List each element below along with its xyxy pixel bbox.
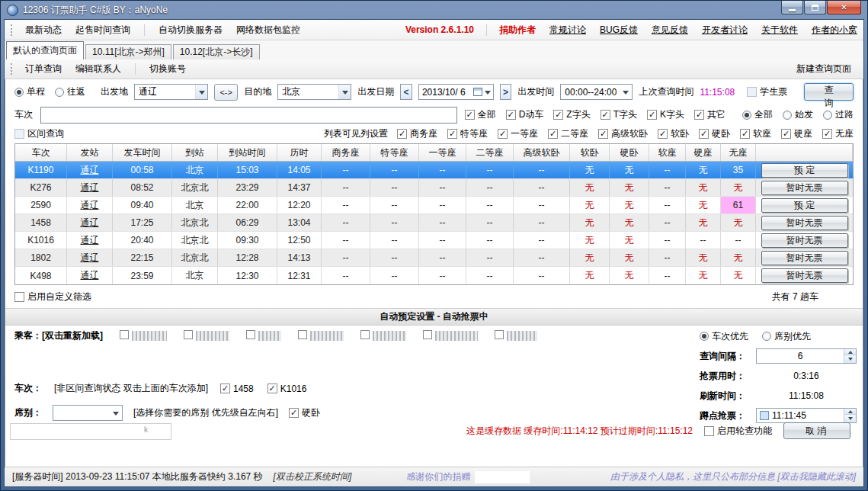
table-row[interactable]: 1458通辽17:25北京北06:2913:04----------无无--无无… bbox=[15, 214, 853, 232]
passenger-checkbox[interactable] bbox=[184, 330, 229, 341]
column-header[interactable] bbox=[756, 144, 853, 161]
seat-column-checkbox[interactable]: 高级软卧 bbox=[598, 127, 648, 140]
column-header[interactable]: 到站时间 bbox=[218, 144, 277, 161]
table-row[interactable]: 1802通辽22:15北京北12:2814:13----------无无--无无… bbox=[15, 249, 853, 267]
passenger-checkbox[interactable] bbox=[298, 330, 344, 341]
seat-column-checkbox[interactable]: 无座 bbox=[822, 127, 854, 140]
maximize-button[interactable] bbox=[804, 1, 826, 14]
toolbar-item[interactable]: 编辑联系人 bbox=[75, 63, 121, 75]
privacy-note[interactable]: 由于涉及个人隐私，这里只公布部分信息 [双击我隐藏此滚动] bbox=[610, 470, 856, 483]
passenger-checkbox[interactable] bbox=[360, 330, 406, 341]
time-range-combobox[interactable]: 00:00--24:00 bbox=[560, 84, 633, 100]
student-ticket-checkbox[interactable]: 学生票 bbox=[747, 85, 787, 98]
no-ticket-button[interactable]: 暂时无票 bbox=[761, 181, 848, 195]
column-header[interactable]: 高级软卧 bbox=[514, 144, 570, 161]
column-header[interactable]: 二等座 bbox=[466, 144, 514, 161]
train-scope-radio[interactable]: 过路 bbox=[823, 108, 854, 121]
selected-seat-checkbox[interactable]: 硬卧 bbox=[289, 406, 320, 419]
titlebar[interactable]: 12306 订票助手 C#版 BY：aNyoNe ✕ bbox=[4, 1, 864, 19]
search-button[interactable]: 查询 bbox=[804, 83, 854, 101]
menu-link[interactable]: BUG反馈 bbox=[600, 24, 638, 37]
column-header[interactable]: 硬座 bbox=[686, 144, 721, 161]
priority-radio[interactable]: 车次优先 bbox=[700, 330, 748, 343]
train-scope-radio[interactable]: 全部 bbox=[742, 108, 773, 121]
minimize-button[interactable] bbox=[781, 1, 803, 14]
tab[interactable]: 默认的查询页面 bbox=[6, 41, 84, 59]
menu-link[interactable]: 作者的小窝 bbox=[812, 24, 857, 37]
passenger-label[interactable]: 乘客：[双击重新加载] bbox=[14, 329, 103, 341]
menu-item[interactable]: 网络数据包监控 bbox=[236, 24, 300, 37]
passenger-checkbox[interactable] bbox=[246, 330, 281, 341]
tab[interactable]: 10.11[北京->郑州] bbox=[85, 44, 171, 59]
calibrate-hint[interactable]: [双击校正系统时间] bbox=[274, 470, 352, 483]
column-header[interactable]: 软卧 bbox=[570, 144, 610, 161]
seat-column-checkbox[interactable]: 硬卧 bbox=[699, 127, 730, 140]
passenger-checkbox[interactable] bbox=[423, 330, 478, 341]
column-settings-label[interactable]: 列表可见列设置 bbox=[324, 127, 388, 140]
column-header[interactable]: 无座 bbox=[721, 144, 756, 161]
trip-type-radio[interactable]: 往返 bbox=[55, 85, 85, 98]
column-header[interactable]: 一等座 bbox=[419, 144, 466, 161]
cancel-button[interactable]: 取消 bbox=[783, 422, 850, 439]
train-number-input[interactable] bbox=[40, 107, 457, 124]
trip-type-radio[interactable]: 单程 bbox=[14, 85, 45, 98]
menu-link[interactable]: 常规讨论 bbox=[549, 24, 586, 37]
table-row[interactable]: K498通辽23:59北京12:3012:31----------无无--无无暂… bbox=[15, 267, 853, 284]
column-header[interactable]: 发车时间 bbox=[113, 144, 172, 161]
seat-combobox[interactable] bbox=[53, 405, 123, 421]
date-prev-button[interactable]: < bbox=[400, 84, 412, 100]
seat-column-checkbox[interactable]: 软卧 bbox=[658, 127, 689, 140]
interval-spinner[interactable]: 6 bbox=[756, 348, 857, 364]
table-row[interactable]: K1190通辽00:58北京15:0314:05----------无无--无3… bbox=[15, 162, 853, 179]
passenger-checkbox[interactable] bbox=[120, 330, 167, 341]
train-type-checkbox[interactable]: Z字头 bbox=[553, 108, 590, 121]
train-type-checkbox[interactable]: D动车 bbox=[506, 108, 544, 121]
table-row[interactable]: K276通辽08:52北京北23:2914:37----------无无--无无… bbox=[15, 179, 853, 197]
train-type-checkbox[interactable]: 其它 bbox=[694, 108, 725, 121]
menu-link[interactable]: 关于软件 bbox=[761, 24, 798, 37]
column-header[interactable]: 历时 bbox=[277, 144, 322, 161]
table-row[interactable]: 2590通辽09:40北京22:0012:20----------无无--无61… bbox=[15, 197, 853, 214]
menu-link[interactable]: 捐助作者 bbox=[499, 24, 536, 37]
toolbar-item[interactable]: 切换账号 bbox=[149, 63, 186, 75]
column-header[interactable]: 软座 bbox=[649, 144, 686, 161]
train-type-checkbox[interactable]: T字头 bbox=[601, 108, 637, 121]
tab[interactable]: 10.12[北京->长沙] bbox=[173, 44, 260, 59]
column-header[interactable]: 车次 bbox=[15, 144, 67, 161]
menu-item[interactable]: 起售时间查询 bbox=[75, 24, 130, 37]
snipe-checkbox[interactable] bbox=[760, 411, 769, 420]
menu-link[interactable]: 意见反馈 bbox=[652, 24, 688, 37]
column-header[interactable]: 发站 bbox=[67, 144, 113, 161]
priority-radio[interactable]: 席别优先 bbox=[762, 330, 811, 343]
no-ticket-button[interactable]: 暂时无票 bbox=[761, 216, 848, 230]
train-type-checkbox[interactable]: 全部 bbox=[465, 108, 496, 121]
column-header[interactable]: 到站 bbox=[172, 144, 218, 161]
new-query-page-link[interactable]: 新建查询页面 bbox=[796, 63, 851, 75]
book-button[interactable]: 预 定 bbox=[761, 163, 848, 178]
seat-column-checkbox[interactable]: 软座 bbox=[740, 127, 771, 140]
to-combobox[interactable]: 北京 bbox=[277, 84, 351, 100]
selected-train-checkbox[interactable]: 1458 bbox=[220, 383, 254, 394]
spinner-arrows-icon[interactable] bbox=[844, 349, 856, 363]
toolbar-item[interactable]: 订单查询 bbox=[25, 63, 62, 75]
spinner-arrows-icon[interactable] bbox=[844, 409, 856, 422]
no-ticket-button[interactable]: 暂时无票 bbox=[761, 251, 848, 265]
table-row[interactable]: K1016通辽20:40北京北09:3012:50----------无无---… bbox=[15, 232, 853, 249]
seat-column-checkbox[interactable]: 特等座 bbox=[447, 127, 488, 140]
custom-filter-checkbox[interactable]: 启用自定义筛选 bbox=[14, 290, 91, 303]
column-header[interactable]: 特等座 bbox=[370, 144, 419, 161]
train-type-checkbox[interactable]: K字头 bbox=[647, 108, 684, 121]
menu-item[interactable]: 自动切换服务器 bbox=[159, 24, 223, 37]
date-next-button[interactable]: > bbox=[500, 84, 512, 100]
column-header[interactable]: 硬卧 bbox=[610, 144, 649, 161]
seat-column-checkbox[interactable]: 二等座 bbox=[548, 127, 588, 140]
close-button[interactable]: ✕ bbox=[827, 1, 861, 14]
menu-item[interactable]: 最新动态 bbox=[25, 24, 62, 37]
date-picker[interactable]: 2013/10/ 6 bbox=[418, 84, 494, 100]
seat-column-checkbox[interactable]: 商务座 bbox=[397, 127, 437, 140]
train-scope-radio[interactable]: 始发 bbox=[783, 108, 813, 121]
from-combobox[interactable]: 通辽 bbox=[134, 84, 208, 100]
snipe-time-picker[interactable]: 11:11:45 bbox=[756, 408, 857, 423]
poll-checkbox[interactable]: 启用轮查功能 bbox=[704, 425, 772, 438]
menu-link[interactable]: 开发者讨论 bbox=[702, 24, 748, 37]
